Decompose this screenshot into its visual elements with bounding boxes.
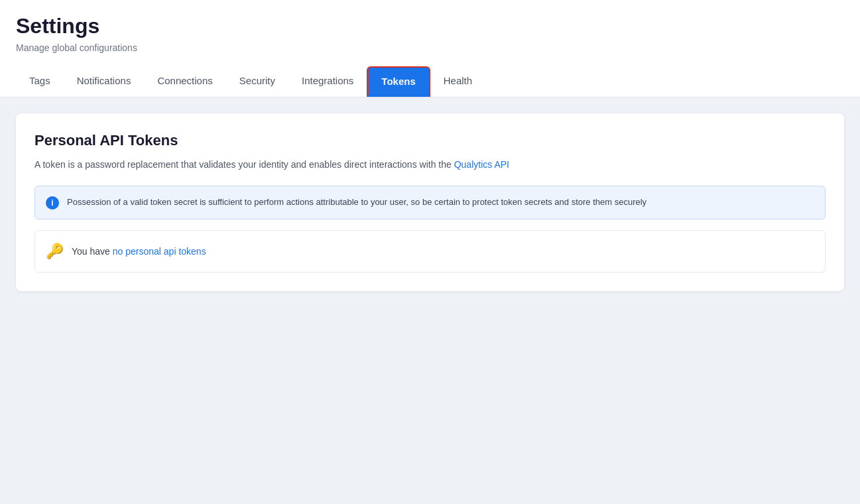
api-tokens-card: Personal API Tokens A token is a passwor…	[16, 113, 844, 290]
main-content: Personal API Tokens A token is a passwor…	[0, 97, 860, 306]
empty-tokens-highlight: no personal api tokens	[113, 246, 206, 257]
tab-integrations[interactable]: Integrations	[288, 67, 367, 96]
tab-security[interactable]: Security	[226, 67, 288, 96]
key-icon: 🔑	[46, 243, 64, 260]
info-banner-text: Possession of a valid token secret is su…	[67, 196, 646, 210]
qualytics-api-link[interactable]: Qualytics API	[454, 159, 509, 170]
info-icon: i	[46, 196, 59, 210]
tab-health[interactable]: Health	[430, 67, 485, 96]
tab-tags[interactable]: Tags	[16, 67, 64, 96]
card-description-prefix: A token is a password replacement that v…	[34, 159, 454, 170]
page-subtitle: Manage global configurations	[16, 42, 844, 53]
empty-tokens-text: You have no personal api tokens	[72, 246, 206, 257]
card-title: Personal API Tokens	[34, 132, 826, 149]
empty-tokens-prefix: You have	[72, 246, 113, 257]
page-title: Settings	[16, 13, 844, 38]
tabs-nav: Tags Notifications Connections Security …	[16, 66, 844, 97]
empty-tokens-box: 🔑 You have no personal api tokens	[34, 230, 826, 273]
info-banner: i Possession of a valid token secret is …	[34, 186, 826, 220]
tab-connections[interactable]: Connections	[144, 67, 225, 96]
tab-tokens[interactable]: Tokens	[367, 66, 430, 97]
header-section: Settings Manage global configurations Ta…	[0, 0, 860, 97]
tab-notifications[interactable]: Notifications	[64, 67, 145, 96]
card-description: A token is a password replacement that v…	[34, 157, 826, 172]
